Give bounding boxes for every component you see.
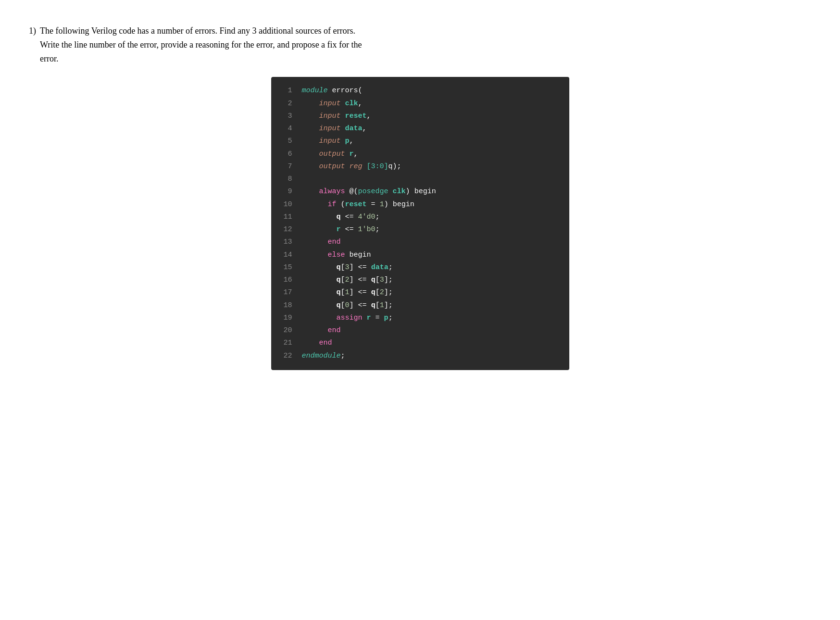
- line-num-13: 13: [281, 236, 292, 248]
- line-content-5: input p,: [302, 135, 354, 148]
- line-num-8: 8: [281, 173, 292, 186]
- line-content-9: always @(posedge clk) begin: [302, 186, 436, 198]
- line-num-18: 18: [281, 299, 292, 312]
- code-line-9: 9 always @(posedge clk) begin: [281, 186, 560, 198]
- line-num-19: 19: [281, 312, 292, 324]
- line-content-22: endmodule;: [302, 350, 345, 362]
- line-num-10: 10: [281, 198, 292, 211]
- code-line-5: 5 input p,: [281, 135, 560, 148]
- line-num-11: 11: [281, 211, 292, 223]
- code-line-4: 4 input data,: [281, 123, 560, 135]
- line-content-1: module errors(: [302, 85, 363, 97]
- line-content-18: q[0] <= q[1];: [302, 299, 393, 312]
- question-line2: Write the line number of the error, prov…: [40, 40, 362, 50]
- line-num-1: 1: [281, 85, 292, 97]
- code-line-10: 10 if (reset = 1) begin: [281, 198, 560, 211]
- question-block: 1) The following Verilog code has a numb…: [29, 24, 811, 370]
- line-content-16: q[2] <= q[3];: [302, 274, 393, 286]
- line-content-7: output reg [3:0]q);: [302, 161, 401, 173]
- code-line-18: 18 q[0] <= q[1];: [281, 299, 560, 312]
- line-num-4: 4: [281, 123, 292, 135]
- question-line1: The following Verilog code has a number …: [40, 26, 355, 36]
- code-line-6: 6 output r,: [281, 148, 560, 161]
- line-num-6: 6: [281, 148, 292, 161]
- line-num-7: 7: [281, 161, 292, 173]
- line-content-15: q[3] <= data;: [302, 261, 393, 274]
- line-num-20: 20: [281, 324, 292, 337]
- line-num-3: 3: [281, 110, 292, 123]
- code-line-7: 7 output reg [3:0]q);: [281, 161, 560, 173]
- code-line-14: 14 else begin: [281, 249, 560, 261]
- code-line-11: 11 q <= 4'd0;: [281, 211, 560, 223]
- line-num-15: 15: [281, 261, 292, 274]
- line-content-11: q <= 4'd0;: [302, 211, 380, 223]
- question-body: The following Verilog code has a number …: [40, 24, 362, 65]
- line-content-14: else begin: [302, 249, 371, 261]
- line-content-6: output r,: [302, 148, 358, 161]
- code-line-8: 8: [281, 173, 560, 186]
- code-line-17: 17 q[1] <= q[2];: [281, 286, 560, 299]
- line-content-20: end: [302, 324, 341, 337]
- code-line-19: 19 assign r = p;: [281, 312, 560, 324]
- line-content-17: q[1] <= q[2];: [302, 286, 393, 299]
- line-num-16: 16: [281, 274, 292, 286]
- line-content-19: assign r = p;: [302, 312, 393, 324]
- code-line-15: 15 q[3] <= data;: [281, 261, 560, 274]
- line-num-17: 17: [281, 286, 292, 299]
- line-content-21: end: [302, 337, 332, 349]
- line-content-3: input reset,: [302, 110, 371, 123]
- code-line-13: 13 end: [281, 236, 560, 248]
- line-content-13: end: [302, 236, 341, 248]
- line-num-5: 5: [281, 135, 292, 148]
- code-line-20: 20 end: [281, 324, 560, 337]
- code-line-21: 21 end: [281, 337, 560, 349]
- line-num-14: 14: [281, 249, 292, 261]
- line-num-22: 22: [281, 350, 292, 362]
- line-content-2: input clk,: [302, 98, 363, 110]
- line-content-12: r <= 1'b0;: [302, 223, 380, 236]
- code-line-16: 16 q[2] <= q[3];: [281, 274, 560, 286]
- code-line-1: 1 module errors(: [281, 85, 560, 97]
- question-number: 1): [29, 24, 36, 65]
- line-num-9: 9: [281, 186, 292, 198]
- line-num-12: 12: [281, 223, 292, 236]
- code-line-12: 12 r <= 1'b0;: [281, 223, 560, 236]
- code-line-3: 3 input reset,: [281, 110, 560, 123]
- question-text: 1) The following Verilog code has a numb…: [29, 24, 811, 65]
- code-line-2: 2 input clk,: [281, 98, 560, 110]
- question-line3: error.: [40, 54, 58, 63]
- line-content-4: input data,: [302, 123, 367, 135]
- code-block: 1 module errors( 2 input clk, 3 input re…: [271, 77, 569, 370]
- line-content-10: if (reset = 1) begin: [302, 198, 414, 211]
- code-line-22: 22 endmodule;: [281, 350, 560, 362]
- line-num-2: 2: [281, 98, 292, 110]
- line-num-21: 21: [281, 337, 292, 349]
